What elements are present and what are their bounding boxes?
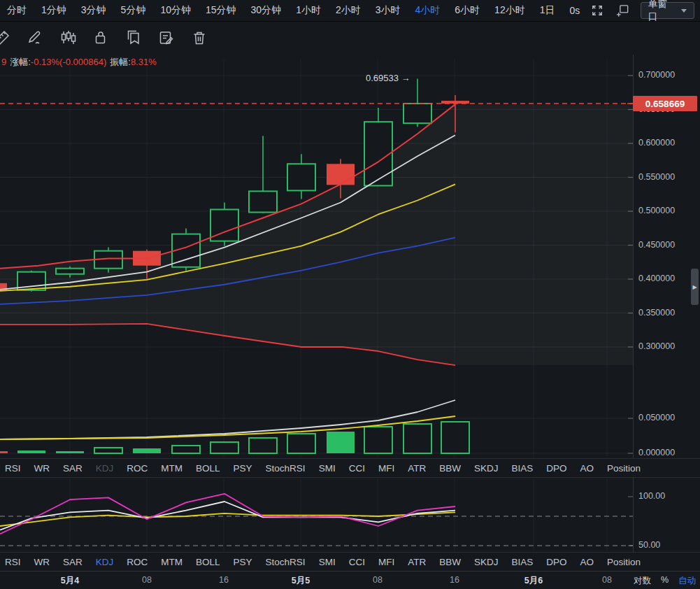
interval-button[interactable]: 12小时	[494, 4, 525, 17]
indicator-tab-boll[interactable]: BOLL	[196, 557, 220, 567]
indicator-tab-roc[interactable]: ROC	[127, 463, 148, 474]
indicator-tab-atr[interactable]: ATR	[408, 557, 426, 567]
interval-button[interactable]: 6小时	[455, 4, 480, 17]
interval-button[interactable]: 15分钟	[206, 4, 236, 17]
interval-button[interactable]: 1分钟	[41, 4, 66, 17]
interval-button[interactable]: 30分钟	[251, 4, 282, 17]
interval-button[interactable]: 5分钟	[121, 4, 146, 17]
amplitude-value: 8.31%	[131, 57, 157, 67]
indicator-tab-cci[interactable]: CCI	[349, 463, 365, 474]
indicator-tab-kdj[interactable]: KDJ	[96, 463, 114, 474]
price-axis-border	[633, 55, 634, 570]
note-edit-icon[interactable]	[158, 29, 175, 46]
last-price-tag: 0.658669	[633, 96, 697, 111]
indicator-tab-ao[interactable]: AO	[580, 463, 594, 474]
indicator-tab-mtm[interactable]: MTM	[161, 463, 183, 474]
indicator-tab-dpo[interactable]: DPO	[546, 557, 566, 567]
indicator-tab-bias[interactable]: BIAS	[511, 463, 533, 474]
indicator-tab-ao[interactable]: AO	[580, 557, 594, 567]
fullscreen-icon[interactable]	[589, 2, 606, 19]
indicator-tab-rsi[interactable]: RSI	[5, 557, 21, 567]
axis-tick-label: 0.050000	[638, 413, 675, 423]
pencil-icon[interactable]	[27, 29, 43, 46]
axis-tick-label: 0.500000	[638, 206, 675, 215]
time-tick-label: 16	[450, 575, 459, 585]
indicator-tab-wr[interactable]: WR	[34, 463, 50, 474]
indicator-tabs-row-1: RSIWRSARKDJROCMTMBOLLPSYStochRSISMICCIMF…	[0, 458, 700, 478]
time-tick-label: 5月6	[524, 575, 543, 587]
window-mode-button[interactable]: 单窗口	[641, 2, 694, 19]
axis-tick-label: 100.00	[638, 491, 665, 501]
indicator-tab-psy[interactable]: PSY	[234, 463, 252, 474]
indicator-tab-skdj[interactable]: SKDJ	[474, 463, 499, 474]
indicator-tab-stochrsi[interactable]: StochRSI	[266, 557, 306, 567]
indicator-tab-stochrsi[interactable]: StochRSI	[266, 463, 306, 474]
indicator-tab-bbw[interactable]: BBW	[439, 557, 461, 567]
percent-scale-toggle[interactable]: %	[661, 575, 669, 587]
interval-button[interactable]: 10分钟	[160, 4, 191, 17]
trading-chart-app: 分时1分钟3分钟5分钟10分钟15分钟30分钟1小时2小时3小时4小时6小时12…	[0, 0, 700, 589]
ruler-icon[interactable]	[0, 29, 10, 46]
indicator-tab-position[interactable]: Position	[607, 463, 641, 474]
kdj-indicator-chart[interactable]	[0, 478, 700, 552]
window-mode-label: 单窗口	[648, 0, 676, 23]
indicator-tab-mfi[interactable]: MFI	[378, 463, 394, 474]
time-tick-label: 16	[219, 575, 229, 585]
time-tick-label: 08	[373, 575, 383, 585]
axis-tick-label: 0.350000	[638, 308, 675, 318]
interval-toolbar: 分时1分钟3分钟5分钟10分钟15分钟30分钟1小时2小时3小时4小时6小时12…	[0, 0, 700, 22]
indicator-tab-smi[interactable]: SMI	[319, 557, 336, 567]
axis-tick-label: 0.000000	[638, 448, 675, 457]
interval-button[interactable]: 1日	[540, 4, 555, 17]
indicator-tab-cci[interactable]: CCI	[349, 557, 365, 567]
bookmark-icon[interactable]	[125, 29, 142, 46]
indicator-tab-psy[interactable]: PSY	[234, 557, 252, 567]
indicator-tab-dpo[interactable]: DPO	[546, 463, 566, 474]
candlestick-icon[interactable]	[59, 29, 76, 46]
interval-button[interactable]: 1小时	[296, 4, 321, 17]
high-price-annotation: 0.69533 →	[366, 73, 410, 83]
indicator-tab-bias[interactable]: BIAS	[511, 557, 533, 567]
axis-tick-label: 0.300000	[638, 341, 675, 351]
log-scale-toggle[interactable]: 对数	[634, 575, 651, 587]
indicator-tab-smi[interactable]: SMI	[319, 463, 336, 474]
price-fragment: 9	[1, 57, 6, 67]
indicator-tabs-row-2: RSIWRSARKDJROCMTMBOLLPSYStochRSISMICCIMF…	[0, 552, 700, 572]
indicator-tab-position[interactable]: Position	[607, 557, 641, 567]
indicator-tab-mtm[interactable]: MTM	[161, 557, 183, 567]
interval-button[interactable]: 分时	[7, 4, 27, 17]
indicator-tab-sar[interactable]: SAR	[63, 463, 83, 474]
axis-tick-label: 0.700000	[638, 70, 675, 80]
indicator-tab-bbw[interactable]: BBW	[439, 463, 461, 474]
indicator-tab-mfi[interactable]: MFI	[378, 557, 394, 567]
indicator-tab-atr[interactable]: ATR	[408, 463, 426, 474]
auto-scale-toggle[interactable]: 自动	[678, 575, 696, 587]
indicator-tab-sar[interactable]: SAR	[63, 557, 83, 567]
interval-list: 分时1分钟3分钟5分钟10分钟15分钟30分钟1小时2小时3小时4小时6小时12…	[7, 4, 555, 17]
indicator-tab-skdj[interactable]: SKDJ	[474, 557, 499, 567]
indicator-tab-rsi[interactable]: RSI	[5, 463, 21, 474]
interval-button[interactable]: 2小时	[336, 4, 361, 17]
time-tick-label: 5月4	[61, 575, 79, 587]
price-info-row: 9 涨幅: -0.13%(-0.000864) 振幅: 8.31%	[1, 56, 157, 68]
chevron-down-icon	[681, 9, 687, 13]
interval-button[interactable]: 3分钟	[81, 4, 106, 17]
interval-button[interactable]: 3小时	[376, 4, 401, 17]
indicator-tab-roc[interactable]: ROC	[127, 557, 148, 567]
axis-tick-label: 0.400000	[638, 274, 675, 283]
indicator-tab-boll[interactable]: BOLL	[196, 463, 220, 474]
add-pane-icon[interactable]	[615, 2, 631, 19]
change-label: 涨幅:	[10, 56, 31, 69]
scale-controls: 对数 % 自动	[634, 575, 696, 587]
time-axis[interactable]: 5月408165月508165月608 对数 % 自动	[0, 571, 700, 589]
indicator-tab-kdj[interactable]: KDJ	[96, 557, 114, 567]
volume-indicator-chart[interactable]	[0, 378, 700, 458]
interval-button[interactable]: 4小时	[415, 4, 441, 17]
axis-panel-handle[interactable]: ▶	[691, 269, 699, 305]
lock-icon[interactable]	[92, 29, 109, 46]
price-chart[interactable]	[0, 55, 700, 378]
axis-tick-label: 0.450000	[638, 240, 675, 250]
time-tick-label: 08	[602, 575, 612, 585]
trash-icon[interactable]	[191, 29, 208, 46]
indicator-tab-wr[interactable]: WR	[34, 557, 50, 567]
